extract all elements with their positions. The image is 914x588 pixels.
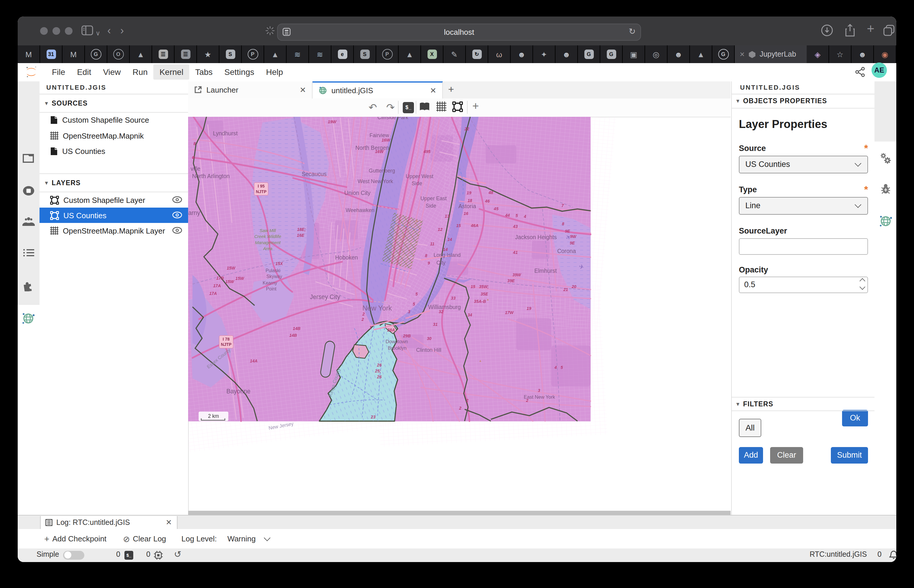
console-button[interactable]: $_ [403, 102, 414, 113]
bell-icon[interactable] [889, 550, 896, 560]
pinned-tab[interactable]: M [63, 45, 85, 63]
pinned-tab[interactable]: ▲ [690, 45, 712, 63]
layer-item[interactable]: Custom Shapefile Layer [39, 192, 188, 208]
sidebar-tab-toc[interactable] [18, 248, 39, 257]
visibility-eye-icon[interactable] [172, 211, 182, 219]
sidebar-tab-running[interactable] [18, 184, 39, 197]
pinned-tab[interactable]: ☰ [152, 45, 174, 63]
objects-properties-header[interactable]: ▾OBJECTS PROPERTIES [732, 94, 875, 108]
sidebar-tab-files[interactable] [18, 153, 39, 163]
close-tab-icon[interactable]: ✕ [740, 50, 745, 58]
pinned-tab[interactable]: ✎ [443, 45, 466, 63]
menu-item-tabs[interactable]: Tabs [189, 65, 218, 80]
right-tab-jgis-panel[interactable] [875, 214, 896, 228]
download-icon[interactable] [821, 24, 833, 37]
filters-add-button[interactable]: Add [739, 447, 763, 463]
pinned-tab[interactable]: S [220, 45, 242, 63]
address-bar[interactable]: localhost ↻ [277, 24, 641, 41]
pinned-tab[interactable]: ☻ [511, 45, 533, 63]
clear-log-button[interactable]: ⊘Clear Log [123, 534, 166, 543]
source-item[interactable]: OpenStreetMap.Mapnik [39, 128, 188, 144]
pinned-tab[interactable]: ↻ [466, 45, 488, 63]
opacity-input[interactable]: 0.5 [739, 276, 868, 293]
toolbar-add-button[interactable]: + [472, 100, 479, 113]
menu-item-view[interactable]: View [97, 65, 126, 80]
pinned-tab[interactable]: ◈ [807, 45, 829, 63]
sidebar-toggle-icon[interactable] [81, 25, 93, 36]
reader-icon[interactable] [283, 28, 291, 36]
add-checkpoint-button[interactable]: +Add Checkpoint [44, 534, 107, 544]
visibility-eye-icon[interactable] [172, 226, 182, 234]
pinned-tab[interactable]: ☻ [667, 45, 690, 63]
pinned-tab[interactable]: M [18, 45, 40, 63]
sourcelayer-input[interactable] [739, 238, 868, 255]
new-tab-button[interactable]: + [867, 22, 875, 36]
menu-item-help[interactable]: Help [260, 65, 289, 80]
pinned-tab[interactable]: ≋ [309, 45, 331, 63]
pinned-tab[interactable]: ☻ [851, 45, 874, 63]
pinned-tab[interactable]: ☆ [829, 45, 851, 63]
right-tab-property-inspector[interactable] [875, 152, 896, 165]
pinned-tab[interactable]: ≋ [287, 45, 309, 63]
filters-clear-button[interactable]: Clear [770, 447, 803, 463]
undo-button[interactable]: ↶ [368, 102, 377, 114]
close-tab-icon[interactable]: ✕ [430, 86, 436, 95]
pinned-tab[interactable]: ω [488, 45, 511, 63]
zoom-window-button[interactable] [65, 27, 73, 35]
pinned-tab[interactable]: G [712, 45, 735, 63]
log-level-select[interactable]: Warning [227, 534, 269, 543]
filters-section-header[interactable]: ▾FILTERS [732, 397, 875, 411]
layer-item-selected[interactable]: US Counties [39, 208, 188, 223]
forward-button[interactable]: › [120, 24, 124, 38]
back-button[interactable]: ‹ [107, 24, 111, 38]
tab-untitled-jgis[interactable]: untitled.jGIS ✕ [313, 81, 443, 99]
filter-all-chip[interactable]: All [739, 418, 761, 437]
menu-item-run[interactable]: Run [127, 65, 153, 80]
chevron-down-icon[interactable]: ∨ [95, 26, 100, 40]
pinned-tab[interactable]: G [85, 45, 107, 63]
close-window-button[interactable] [40, 27, 48, 35]
source-select[interactable]: US Counties [739, 155, 868, 173]
user-avatar[interactable]: AE [872, 62, 887, 78]
sidebar-tab-collaboration[interactable] [18, 216, 39, 226]
layer-item[interactable]: OpenStreetMap.Mapnik Layer [39, 223, 188, 238]
pinned-tab[interactable]: G [578, 45, 600, 63]
close-tab-icon[interactable]: ✕ [300, 86, 306, 94]
pinned-tab[interactable]: 31 [40, 45, 63, 63]
pinned-tab[interactable]: ▣ [623, 45, 645, 63]
map-canvas[interactable]: LyndhurstCliffside ParkFairviewNorth Ber… [188, 116, 731, 511]
close-log-icon[interactable]: ✕ [166, 518, 172, 527]
type-select[interactable]: Line [739, 197, 868, 214]
pinned-tab[interactable]: ▲ [399, 45, 421, 63]
browser-active-tab[interactable]: ✕ JupyterLab [735, 45, 807, 63]
log-tab[interactable]: Log: RTC:untitled.jGIS ✕ [40, 516, 177, 529]
sidebar-tab-jupytergis[interactable] [18, 311, 39, 325]
share-icon[interactable] [845, 24, 856, 37]
minimize-window-button[interactable] [52, 27, 60, 35]
simple-mode-toggle[interactable] [63, 551, 84, 559]
raster-layer-button[interactable] [436, 102, 446, 111]
menu-item-edit[interactable]: Edit [71, 65, 97, 80]
source-item[interactable]: Custom Shapefile Source [39, 112, 188, 128]
pinned-tab[interactable]: X [421, 45, 443, 63]
pinned-tab[interactable]: P [376, 45, 399, 63]
pinned-tab[interactable]: O [107, 45, 130, 63]
source-item[interactable]: US Counties [39, 144, 188, 159]
tab-launcher[interactable]: Launcher ✕ [188, 81, 313, 99]
pinned-tab[interactable]: ☻ [556, 45, 578, 63]
history-icon[interactable]: ↺ [174, 549, 181, 560]
redo-button[interactable]: ↷ [386, 102, 395, 114]
pinned-tab[interactable]: S [354, 45, 376, 63]
sidebar-tab-extensions[interactable] [18, 279, 39, 291]
share-nodes-icon[interactable] [855, 66, 866, 77]
pinned-tab[interactable]: ☰ [174, 45, 197, 63]
terminal-icon[interactable]: $_ [124, 551, 133, 559]
pinned-tab[interactable]: ◉ [874, 45, 896, 63]
pinned-tab[interactable]: e [331, 45, 354, 63]
pinned-tab[interactable]: ★ [197, 45, 220, 63]
layers-section-header[interactable]: ▾LAYERS [39, 174, 188, 192]
tab-overview-icon[interactable] [883, 25, 895, 36]
add-tab-button[interactable]: + [443, 81, 459, 99]
number-stepper[interactable] [860, 279, 864, 289]
visibility-eye-icon[interactable] [172, 196, 182, 204]
